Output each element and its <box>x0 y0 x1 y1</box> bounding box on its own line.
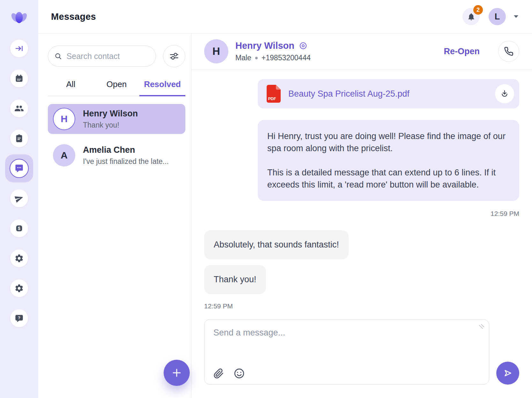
contact-preview: I've just finalized the late... <box>83 157 169 166</box>
sidebar-nav: $ ? <box>0 33 38 333</box>
app-root: $ ? Messages <box>0 0 532 398</box>
tab-resolved[interactable]: Resolved <box>139 79 185 96</box>
notifications: 2 <box>462 8 480 25</box>
settings-icon <box>14 254 24 263</box>
attachment-filename: Beauty Spa Pricelist Aug-25.pdf <box>288 89 487 99</box>
search-input[interactable] <box>67 52 149 61</box>
top-bar: Messages 2 L <box>38 0 532 33</box>
phone-icon <box>504 47 514 56</box>
contact-list: H Henry Wilson Thank you! A Amelia Chen … <box>48 104 185 170</box>
contact-preview: Thank you! <box>83 121 138 129</box>
sidebar-item-collapse[interactable] <box>10 40 28 57</box>
sidebar-item-send-campaign[interactable] <box>10 189 28 207</box>
chat-contact-name: Henry Wilson <box>235 41 294 51</box>
collapse-sidebar-icon <box>15 44 24 53</box>
resize-handle-icon[interactable] <box>478 323 485 330</box>
topbar-actions: 2 L <box>462 8 519 25</box>
sidebar-item-calendar[interactable] <box>10 70 28 87</box>
chat-contact-details: Male +19853200444 <box>235 54 311 62</box>
reopen-button[interactable]: Re-Open <box>444 47 480 56</box>
payments-icon: $ <box>15 224 24 233</box>
composer-toolbar <box>213 368 245 379</box>
search-pill <box>48 46 156 67</box>
smiley-icon <box>233 368 245 379</box>
messages-icon <box>15 164 24 173</box>
incoming-message-bubble: Thank you! <box>204 265 266 294</box>
call-button[interactable] <box>498 41 519 62</box>
chevron-down-icon <box>513 14 519 19</box>
chat-panel: H Henry Wilson Male +19853200444 <box>191 33 532 398</box>
sidebar-item-settings[interactable] <box>10 249 28 267</box>
sidebar-item-payments[interactable]: $ <box>10 219 28 237</box>
contact-avatar: A <box>53 144 75 166</box>
outgoing-message-bubble: Hi Henry, trust you are doing well! Plea… <box>258 120 519 201</box>
sidebar-item-messages[interactable] <box>10 159 29 178</box>
filter-button[interactable] <box>163 45 185 67</box>
calendar-icon <box>15 74 24 83</box>
attach-file-button[interactable] <box>213 368 224 379</box>
message-paragraph: Hi Henry, trust you are doing well! Plea… <box>267 130 510 154</box>
dot-separator <box>255 57 258 59</box>
message-input-box <box>204 319 489 385</box>
contact-name: Amelia Chen <box>83 145 169 155</box>
view-profile-icon[interactable] <box>299 41 307 50</box>
plus-icon <box>171 367 182 378</box>
message-paragraph: This is a detailed message that can exte… <box>267 166 510 191</box>
sidebar: $ ? <box>0 0 38 398</box>
attachment-card[interactable]: PDF Beauty Spa Pricelist Aug-25.pdf <box>258 79 519 108</box>
outgoing-message-group: PDF Beauty Spa Pricelist Aug-25.pdf <box>258 79 519 217</box>
chat-header: H Henry Wilson Male +19853200444 <box>191 33 532 70</box>
contacts-panel: All Open Resolved H Henry Wilson Thank y… <box>38 33 191 398</box>
emoji-button[interactable] <box>233 368 245 379</box>
tab-open[interactable]: Open <box>94 79 140 96</box>
app-logo <box>0 0 38 33</box>
contact-gender: Male <box>235 54 251 62</box>
new-chat-button[interactable] <box>164 360 190 386</box>
svg-text:PDF: PDF <box>268 97 276 101</box>
download-button[interactable] <box>495 84 514 103</box>
outgoing-timestamp: 12:59 PM <box>258 210 519 217</box>
svg-text:?: ? <box>18 315 20 320</box>
sidebar-item-messages-highlight <box>5 154 33 182</box>
chat-contact-avatar: H <box>204 39 228 63</box>
send-button[interactable] <box>496 362 519 385</box>
contact-item-amelia-chen[interactable]: A Amelia Chen I've just finalized the la… <box>48 140 185 170</box>
profile-menu-button[interactable] <box>513 14 519 19</box>
search-row <box>48 45 185 67</box>
contact-avatar: H <box>53 108 75 130</box>
incoming-timestamp: 12:59 PM <box>204 302 519 310</box>
content-row: All Open Resolved H Henry Wilson Thank y… <box>38 33 532 398</box>
main-column: Messages 2 L <box>38 0 532 398</box>
filter-sliders-icon <box>169 51 179 61</box>
message-input[interactable] <box>213 328 470 364</box>
user-avatar[interactable]: L <box>489 8 506 25</box>
page-title: Messages <box>51 11 96 22</box>
tab-all[interactable]: All <box>48 79 94 96</box>
sidebar-item-contacts[interactable] <box>10 100 28 117</box>
contact-name: Henry Wilson <box>83 109 138 119</box>
contact-item-henry-wilson[interactable]: H Henry Wilson Thank you! <box>48 104 185 134</box>
download-icon <box>500 89 509 98</box>
send-icon <box>502 368 513 379</box>
sidebar-item-preferences[interactable] <box>10 279 28 297</box>
message-history: PDF Beauty Spa Pricelist Aug-25.pdf <box>191 70 532 319</box>
sidebar-item-help[interactable]: ? <box>10 309 28 327</box>
contacts-icon <box>14 104 24 113</box>
search-icon <box>55 52 62 61</box>
message-composer <box>191 319 532 398</box>
paperclip-icon <box>213 368 224 379</box>
incoming-message-bubble: Absolutely, that sounds fantastic! <box>204 230 349 259</box>
bell-icon <box>467 12 476 21</box>
send-campaign-icon <box>15 194 24 203</box>
pdf-file-icon: PDF <box>267 85 281 103</box>
notification-badge: 2 <box>473 5 483 15</box>
contact-tabs: All Open Resolved <box>48 79 185 96</box>
preferences-icon <box>14 284 24 293</box>
contact-phone: +19853200444 <box>262 54 311 62</box>
notes-icon <box>15 134 24 143</box>
svg-text:$: $ <box>18 226 20 231</box>
lotus-logo-icon <box>10 8 28 26</box>
help-icon: ? <box>15 314 24 323</box>
sidebar-item-notes[interactable] <box>10 129 28 147</box>
